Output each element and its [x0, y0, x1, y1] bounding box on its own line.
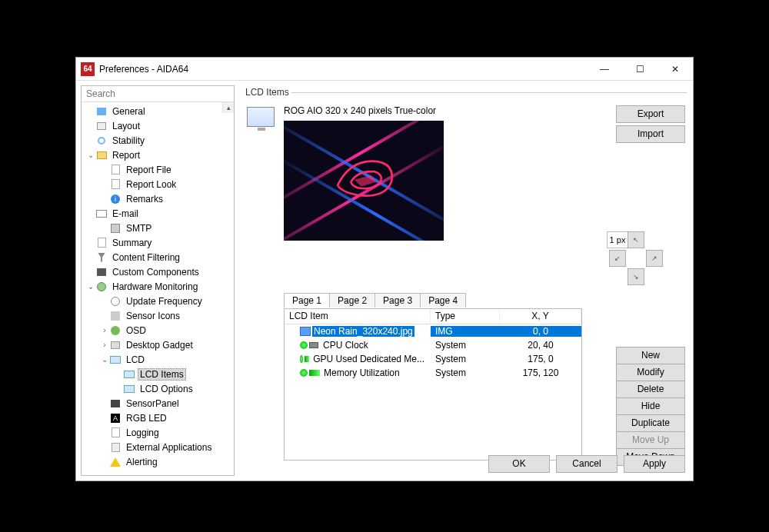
- bar-icon: [309, 370, 320, 376]
- nav-remarks[interactable]: iRemarks: [82, 191, 234, 206]
- i-lcd-icon: [109, 354, 122, 366]
- nav-update-frequency[interactable]: Update Frequency: [82, 294, 234, 308]
- item-name: GPU Used Dedicated Me...: [311, 354, 426, 364]
- grid-row[interactable]: CPU ClockSystem20, 40: [285, 338, 581, 352]
- app-icon: 64: [81, 62, 95, 76]
- item-xy: 0, 0: [500, 326, 581, 337]
- nav-label: Stability: [112, 135, 145, 146]
- tab-page-3[interactable]: Page 3: [375, 293, 421, 308]
- expand-icon[interactable]: ⌄: [86, 282, 95, 291]
- minimize-button[interactable]: —: [587, 58, 622, 81]
- nav-label: SensorPanel: [126, 398, 179, 409]
- nav-label: Layout: [112, 121, 140, 131]
- expand-icon[interactable]: ⌄: [86, 151, 95, 159]
- tab-page-2[interactable]: Page 2: [329, 293, 375, 308]
- import-button[interactable]: Import: [616, 125, 685, 143]
- nav-rgb-led[interactable]: ARGB LED: [82, 411, 234, 425]
- close-button[interactable]: ✕: [657, 58, 693, 81]
- dialog-footer: OK Cancel Apply: [488, 455, 685, 473]
- cancel-button[interactable]: Cancel: [556, 455, 618, 473]
- nav-label: E-mail: [112, 208, 138, 219]
- nav-label: SMTP: [126, 223, 151, 234]
- i-lcd-icon: [123, 368, 135, 381]
- nav-alerting[interactable]: Alerting: [82, 454, 234, 469]
- i-log-icon: [109, 427, 122, 439]
- item-type: IMG: [431, 326, 500, 337]
- i-mon-icon: [95, 281, 108, 293]
- i-stab-icon: [95, 135, 108, 147]
- nav-custom-components[interactable]: Custom Components: [82, 264, 234, 279]
- i-doc-icon: [109, 164, 122, 176]
- nav-label: Summary: [112, 238, 151, 248]
- nav-lcd-options[interactable]: LCD Options: [82, 381, 234, 396]
- delete-button[interactable]: Delete: [616, 381, 685, 398]
- maximize-button[interactable]: ☐: [622, 58, 657, 81]
- nav-osd[interactable]: ›OSD: [82, 323, 234, 337]
- move-up-button[interactable]: Move Up: [616, 431, 685, 449]
- nav-desktop-gadget[interactable]: ›Desktop Gadget: [82, 337, 234, 352]
- nav-sensorpanel[interactable]: SensorPanel: [82, 396, 234, 411]
- nav-report-look[interactable]: Report Look: [82, 177, 234, 191]
- grid-row[interactable]: Neon Rain_320x240.jpgIMG0, 0: [285, 324, 581, 338]
- nav-smtp[interactable]: SMTP: [82, 221, 234, 235]
- nav-report-file[interactable]: Report File: [82, 162, 234, 177]
- nav-tree[interactable]: ▴ GeneralLayoutStability⌄ReportReport Fi…: [82, 102, 234, 475]
- nudge-step-value[interactable]: 1 px: [607, 231, 628, 248]
- ok-button[interactable]: OK: [488, 455, 550, 473]
- nav-e-mail[interactable]: E-mail: [82, 206, 234, 221]
- expand-icon[interactable]: ›: [100, 341, 109, 349]
- i-info-icon: i: [109, 193, 122, 205]
- i-osd-icon: [109, 324, 122, 337]
- nudge-left-button[interactable]: ↙: [609, 250, 626, 267]
- content-pane: LCD Items ROG AIO 320 x 240 pixels True-…: [239, 85, 688, 476]
- nav-lcd-items[interactable]: LCD Items: [82, 367, 234, 381]
- tab-page-4[interactable]: Page 4: [420, 293, 466, 308]
- grid-row[interactable]: GPU Used Dedicated Me...System175, 0: [285, 352, 581, 366]
- nav-summary[interactable]: Summary: [82, 235, 234, 250]
- grid-row[interactable]: Memory UtilizationSystem175, 120: [285, 366, 581, 380]
- nudge-right-button[interactable]: ↗: [646, 250, 663, 267]
- nav-report[interactable]: ⌄Report: [82, 148, 234, 162]
- expand-icon[interactable]: ›: [100, 326, 109, 334]
- new-button[interactable]: New: [616, 347, 685, 364]
- nudge-down-button[interactable]: ↘: [628, 268, 644, 285]
- sensor-icon: [300, 341, 308, 349]
- duplicate-button[interactable]: Duplicate: [616, 414, 685, 432]
- nav-label: OSD: [126, 325, 146, 336]
- tab-page-1[interactable]: Page 1: [284, 293, 330, 308]
- nav-label: Remarks: [126, 194, 163, 204]
- hide-button[interactable]: Hide: [616, 397, 685, 415]
- search-input[interactable]: [82, 86, 234, 102]
- modify-button[interactable]: Modify: [616, 364, 685, 381]
- nav-label: Sensor Icons: [126, 311, 180, 321]
- nav-label: Report Look: [126, 179, 176, 190]
- nudge-up-button[interactable]: ↖: [628, 231, 644, 248]
- nav-hardware-monitoring[interactable]: ⌄Hardware Monitoring: [82, 279, 234, 294]
- nav-sensor-icons[interactable]: Sensor Icons: [82, 308, 234, 323]
- nav-layout[interactable]: Layout: [82, 118, 234, 133]
- i-doc-icon: [109, 178, 122, 191]
- scroll-up-button[interactable]: ▴: [222, 102, 234, 113]
- lcd-items-grid[interactable]: LCD Item Type X, Y Neon Rain_320x240.jpg…: [284, 308, 582, 461]
- nav-label: Desktop Gadget: [126, 340, 193, 351]
- apply-button[interactable]: Apply: [624, 455, 685, 473]
- i-rgb-icon: A: [109, 412, 122, 424]
- col-lcd-item[interactable]: LCD Item: [285, 309, 431, 324]
- nav-general[interactable]: General: [82, 104, 234, 118]
- i-sp-icon: [109, 397, 122, 410]
- export-button[interactable]: Export: [616, 105, 685, 123]
- nav-label: Update Frequency: [126, 296, 202, 307]
- page-tabs: Page 1Page 2Page 3Page 4: [284, 293, 465, 308]
- expand-icon[interactable]: ⌄: [100, 355, 109, 364]
- nav-content-filtering[interactable]: Content Filtering: [82, 250, 234, 264]
- nav-lcd[interactable]: ⌄LCD: [82, 352, 234, 367]
- item-type: System: [431, 354, 500, 364]
- col-type[interactable]: Type: [431, 309, 500, 324]
- i-filt-icon: [95, 251, 108, 264]
- item-xy: 175, 0: [500, 354, 581, 364]
- item-xy: 20, 40: [500, 340, 581, 351]
- nav-logging[interactable]: Logging: [82, 425, 234, 440]
- nav-external-applications[interactable]: External Applications: [82, 440, 234, 454]
- col-xy[interactable]: X, Y: [500, 309, 581, 324]
- nav-stability[interactable]: Stability: [82, 133, 234, 148]
